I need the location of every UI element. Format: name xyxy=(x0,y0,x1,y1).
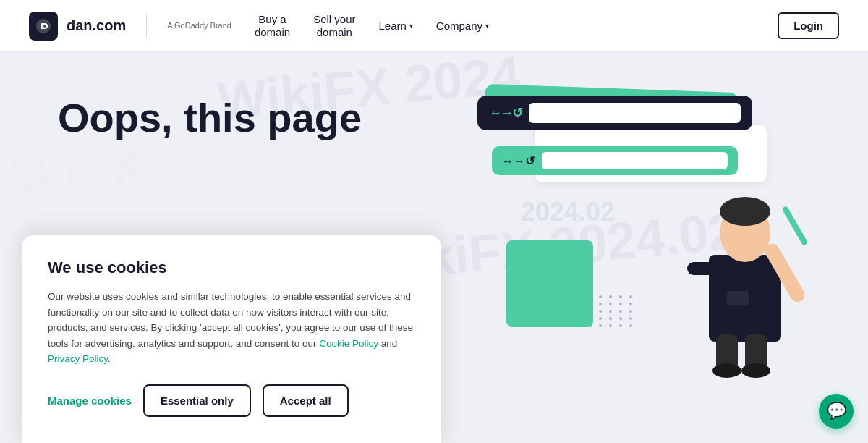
logo-divider xyxy=(146,14,147,38)
cookie-actions: Manage cookies Essential only Accept all xyxy=(48,384,415,417)
manage-cookies-link[interactable]: Manage cookies xyxy=(48,395,132,407)
navbar: dan.com A GoDaddy Brand Buy a domain Sel… xyxy=(0,0,868,52)
browser-controls-2: ↔→↺ xyxy=(502,154,535,168)
svg-rect-7 xyxy=(782,206,809,246)
chat-bubble-button[interactable]: 💬 xyxy=(819,394,854,429)
godaddy-brand: A GoDaddy Brand xyxy=(167,20,231,30)
svg-rect-6 xyxy=(687,262,715,275)
nav-company[interactable]: Company ▾ xyxy=(436,20,489,32)
year-watermark: 2024.02 xyxy=(521,197,615,227)
logo-name: dan.com xyxy=(67,17,126,34)
nav-learn[interactable]: Learn ▾ xyxy=(378,20,412,32)
browser-bar-1: ↔→↺ xyxy=(477,96,752,130)
nav-company-label: Company xyxy=(436,20,482,32)
cookie-policy-link[interactable]: Cookie Policy xyxy=(319,338,378,349)
essential-only-button[interactable]: Essential only xyxy=(143,384,251,417)
browser-bar-2: ↔→↺ xyxy=(492,146,738,175)
logo-icon xyxy=(29,12,58,41)
svg-point-11 xyxy=(712,363,741,378)
logo-area[interactable]: dan.com A GoDaddy Brand xyxy=(29,12,231,41)
page-title-line1: Oops, this page xyxy=(58,95,362,140)
green-square-1 xyxy=(506,240,593,327)
browser-controls-1: ↔→↺ xyxy=(489,105,522,121)
svg-rect-8 xyxy=(727,291,749,305)
cookie-middle-text: and xyxy=(378,338,397,349)
browser-url-bar-2 xyxy=(542,152,728,169)
chevron-down-icon-2: ▾ xyxy=(485,22,489,30)
svg-point-12 xyxy=(741,363,770,378)
nav-links: Buy a domain Sell your domain Learn ▾ Co… xyxy=(255,13,778,39)
accept-all-button[interactable]: Accept all xyxy=(263,384,349,417)
left-content: Oops, this page xyxy=(58,81,463,140)
login-button[interactable]: Login xyxy=(778,12,839,39)
chat-icon: 💬 xyxy=(827,402,846,421)
nav-sell-domain[interactable]: Sell your domain xyxy=(313,13,355,39)
page-title: Oops, this page xyxy=(58,96,463,140)
chevron-down-icon: ▾ xyxy=(409,22,413,30)
cookie-title: We use cookies xyxy=(48,258,415,277)
right-illustration: ↔→↺ ↔→↺ 2024.02 xyxy=(463,81,810,385)
nav-learn-label: Learn xyxy=(378,20,406,32)
privacy-policy-link[interactable]: Privacy Policy xyxy=(48,353,108,364)
nav-buy-domain[interactable]: Buy a domain xyxy=(255,13,290,39)
svg-point-4 xyxy=(720,197,770,226)
browser-url-bar-1 xyxy=(529,103,741,123)
cookie-banner: We use cookies Our website uses cookies … xyxy=(22,235,441,443)
cookie-body-text: Our website uses cookies and similar tec… xyxy=(48,289,415,367)
cookie-end-text: . xyxy=(108,353,111,364)
